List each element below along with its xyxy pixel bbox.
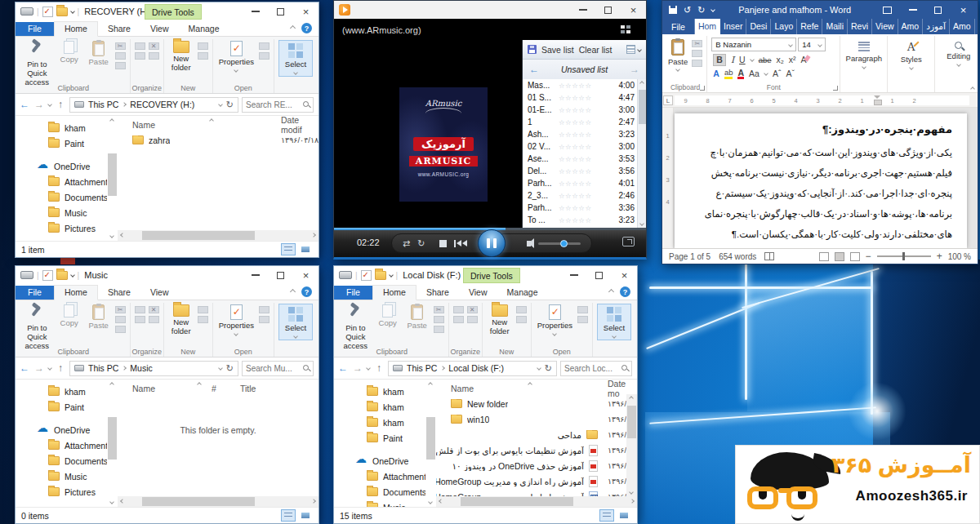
font-color-button[interactable]: A [737,69,744,80]
new-folder-button[interactable]: New folder [168,304,194,337]
clear-formatting-button[interactable]: A [801,55,807,64]
list-options-button[interactable] [626,45,641,54]
history-icon[interactable] [577,316,588,323]
minimize-button[interactable] [243,266,268,284]
sidebar-item[interactable]: Paint [16,399,107,415]
redo-button[interactable]: ↻ [697,5,705,16]
ribbon-tab[interactable]: Home [54,285,98,300]
select-button[interactable]: Select [283,42,309,75]
history-dropdown-icon[interactable] [47,366,52,371]
sidebar-item[interactable]: kham [334,384,425,399]
minimize-button[interactable] [900,1,925,19]
playlist-item[interactable]: To ... ☆☆☆☆☆ 3:23 [523,214,637,226]
format-painter-icon[interactable] [692,60,702,67]
breadcrumb-chevron-icon[interactable] [122,366,127,371]
document-page[interactable]: مفهوم·پنجره·در·ویندوز:¶ یکی·از·ویژگی·های… [675,113,967,248]
tab-selector[interactable]: L [663,95,673,105]
copy-path-icon[interactable] [434,316,444,323]
playlist-item[interactable]: Ash... ☆☆☆☆☆ 3:23 [523,128,637,140]
playlist-item[interactable]: 2_3... ☆☆☆☆☆ 2:46 [523,189,637,202]
rating-stars[interactable]: ☆☆☆☆☆ [559,167,592,175]
close-button[interactable]: × [293,2,318,20]
scroll-down-icon[interactable] [629,490,634,495]
ribbon-tab[interactable]: View [140,22,179,36]
read-mode-button[interactable] [819,252,829,261]
playlist-item[interactable]: 1 ☆☆☆☆☆ 2:47 [523,116,637,128]
ribbon-tab[interactable]: View [459,286,497,300]
ribbon-tab[interactable]: File [662,19,695,34]
ribbon-tab[interactable]: Share [98,22,140,36]
pin-to-quick-access-button[interactable]: Pin to Quick access [340,304,372,352]
sidebar-item[interactable]: OneDrive [16,422,107,437]
move-to-icon[interactable] [135,306,145,313]
ribbon-options-button[interactable] [875,1,900,19]
close-button[interactable]: × [951,1,976,19]
edit-icon[interactable] [577,306,588,313]
word-count[interactable]: 654 words [719,252,756,261]
chevron-down-icon[interactable] [750,57,755,62]
easy-access-icon[interactable] [516,306,527,313]
ribbon-tab[interactable]: Layo [771,19,797,34]
scroll-right-icon[interactable] [311,499,316,504]
playlist-item[interactable]: Del... ☆☆☆☆☆ 3:56 [523,165,637,177]
pin-to-quick-access-button[interactable]: Pin to Quick access [21,304,53,352]
zoom-in-button[interactable]: + [937,251,942,262]
text-effects-button[interactable]: A [713,69,719,78]
properties-button[interactable]: Properties [536,304,574,336]
ribbon-tab[interactable]: آموزد [975,19,978,34]
sidebar-item[interactable]: Documents [16,453,107,468]
file-row[interactable]: آموزش راه اندازی و مدیریت HomeGroup د...… [436,473,637,489]
font-name-combo[interactable]: B Nazanin [711,38,796,51]
previous-button[interactable] [454,240,467,247]
scroll-right-icon[interactable] [630,499,635,504]
copy-icon[interactable] [692,50,702,57]
subscript-button[interactable]: x₂ [777,55,784,64]
properties-button[interactable]: Properties [217,304,256,336]
clear-list-button[interactable]: Clear list [579,45,612,55]
sidebar-item[interactable]: Documents [334,484,425,500]
volume-icon[interactable] [527,241,531,246]
ribbon-tab[interactable]: Refe [797,19,822,34]
file-row[interactable]: مداحي ۱۳۹۶/۰۷/ [436,427,637,442]
scrollbar-thumb[interactable] [142,231,255,240]
breadcrumb-root[interactable]: This PC [407,363,437,373]
select-button[interactable]: Select [601,305,627,339]
scrollbar-thumb[interactable] [108,417,117,460]
pause-button[interactable] [478,229,506,257]
history-icon[interactable] [259,316,270,323]
qat-dropdown-icon[interactable] [70,273,75,278]
breadcrumb[interactable]: This PC RECOVERY (H:) ↻ [69,97,238,113]
close-button[interactable]: × [293,266,318,284]
shuffle-button[interactable]: ⇄ [403,239,410,248]
scroll-left-icon[interactable] [439,499,443,504]
scroll-down-icon[interactable] [639,221,644,226]
grow-font-button[interactable]: Aˆ [773,69,782,78]
details-view-button[interactable] [599,509,614,522]
edit-icon[interactable] [259,306,270,313]
file-row[interactable]: آموزش تنظیمات بایوس برای بوت از فلش م...… [436,442,637,458]
breadcrumb[interactable]: This PC Local Disk (F:) ↻ [388,361,557,376]
move-to-icon[interactable] [453,306,464,313]
scroll-up-icon[interactable] [109,382,114,387]
scrollbar-thumb[interactable] [142,497,255,506]
ribbon-tab[interactable]: Home [54,21,98,37]
bold-button[interactable]: B [713,54,726,66]
delete-icon[interactable]: ✕ [467,306,478,313]
refresh-icon[interactable]: ↻ [226,100,234,110]
playlist-scrollbar[interactable] [637,79,646,228]
move-to-icon[interactable] [135,42,145,50]
stop-button[interactable] [439,240,447,247]
rating-stars[interactable]: ☆☆☆☆☆ [559,106,592,114]
maximize-button[interactable] [268,2,293,20]
details-view-button[interactable] [281,243,296,255]
rename-icon[interactable] [467,316,478,323]
refresh-icon[interactable]: ↻ [226,363,234,374]
sidebar-item[interactable]: Music [16,468,107,484]
sidebar-scrollbar[interactable] [107,116,118,241]
scroll-left-icon[interactable] [120,233,125,238]
minimize-button[interactable] [561,266,586,284]
print-layout-button[interactable] [835,252,844,261]
rename-icon[interactable] [149,52,159,60]
copy-to-icon[interactable] [135,316,145,323]
maximize-button[interactable] [595,1,621,19]
